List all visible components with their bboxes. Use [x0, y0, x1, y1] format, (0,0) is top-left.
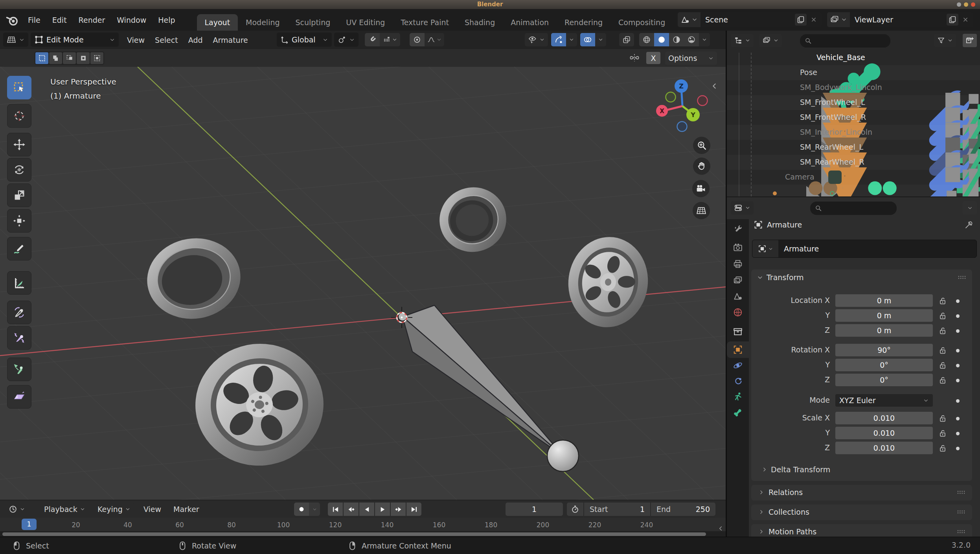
timeline-scrollbar[interactable] — [2, 532, 706, 536]
tab-object[interactable] — [727, 341, 749, 358]
tab-scene[interactable] — [727, 288, 749, 305]
shading-wireframe-button[interactable] — [639, 33, 654, 46]
view-layer-name[interactable]: ViewLayer — [850, 15, 947, 24]
tool-rotate[interactable] — [7, 158, 31, 182]
animate-dot[interactable] — [956, 349, 960, 352]
lock-open-icon[interactable] — [938, 429, 947, 438]
pivot-point-dropdown[interactable] — [334, 33, 359, 47]
menu-render[interactable]: Render — [73, 9, 111, 31]
mode-dropdown[interactable]: Edit Mode — [31, 33, 119, 47]
select-mode-invert[interactable] — [77, 52, 90, 64]
playhead[interactable]: 1 — [22, 519, 37, 530]
timeline-editor-dropdown[interactable] — [6, 503, 28, 516]
jump-to-end-button[interactable] — [406, 503, 421, 516]
tool-cursor[interactable] — [7, 104, 31, 128]
auto-keying-button[interactable] — [294, 503, 309, 516]
active-camera-badge[interactable] — [828, 171, 842, 184]
proportional-falloff-dropdown[interactable] — [425, 33, 444, 46]
unlink-scene-button[interactable] — [808, 14, 819, 25]
scale-z-field[interactable]: 0.010 — [835, 442, 933, 454]
workspace-tab-rendering[interactable]: Rendering — [557, 14, 610, 31]
new-view-layer-button[interactable] — [947, 14, 958, 26]
tool-roll[interactable] — [7, 301, 31, 324]
proportional-editing-button[interactable] — [410, 33, 425, 46]
overlays-dropdown[interactable] — [595, 33, 606, 46]
select-mode-intersect[interactable] — [90, 52, 103, 64]
keying-menu[interactable]: Keying — [94, 503, 134, 516]
gizmo-dropdown[interactable] — [566, 33, 577, 46]
panel-grip-icon[interactable] — [957, 273, 967, 282]
tab-bone[interactable] — [727, 404, 749, 421]
outliner-row-rearwheel-r[interactable]: SM_RearWheel_R — [727, 155, 980, 170]
remove-view-layer-button[interactable] — [960, 14, 971, 25]
toggle-xray-button[interactable] — [619, 33, 634, 46]
editor-type-dropdown[interactable] — [3, 33, 28, 47]
tab-output[interactable] — [727, 256, 749, 272]
eye-open-icon[interactable] — [953, 158, 963, 167]
menu-add[interactable]: Add — [183, 31, 208, 49]
menu-view[interactable]: View — [122, 31, 150, 49]
menu-window[interactable]: Window — [111, 9, 152, 31]
auto-keying-dropdown[interactable] — [309, 503, 320, 516]
object-name-field[interactable]: Armature — [752, 240, 977, 258]
pan-view-button[interactable] — [693, 158, 710, 175]
collapse-chevron-icon[interactable] — [757, 274, 763, 281]
eye-closed-icon[interactable] — [953, 83, 963, 92]
animate-dot[interactable] — [956, 314, 960, 318]
location-z-field[interactable]: 0 m — [835, 324, 933, 337]
location-y-field[interactable]: 0 m — [835, 309, 933, 322]
lock-open-icon[interactable] — [938, 361, 947, 370]
camera-visibility-icon[interactable] — [968, 98, 978, 107]
snap-with-dropdown[interactable] — [380, 33, 400, 46]
tab-tool[interactable] — [727, 220, 749, 237]
animate-dot[interactable] — [956, 329, 960, 333]
current-frame-field[interactable]: 1 — [506, 503, 563, 516]
expand-arrow-icon[interactable] — [772, 129, 779, 136]
tab-render[interactable] — [727, 239, 749, 256]
sidebar-collapse-arrow[interactable] — [710, 82, 719, 90]
lock-open-icon[interactable] — [938, 376, 947, 385]
new-scene-button[interactable] — [795, 14, 807, 26]
chevron-left-icon[interactable] — [717, 525, 724, 532]
rotation-z-field[interactable]: 0° — [835, 374, 933, 386]
collections-panel[interactable]: Collections — [751, 504, 972, 520]
shading-dropdown[interactable] — [699, 33, 710, 46]
expand-arrow-icon[interactable] — [772, 144, 779, 151]
tool-extrude[interactable] — [7, 358, 31, 381]
start-frame-field[interactable]: Start1 — [584, 503, 650, 516]
ortho-perspective-button[interactable] — [693, 202, 710, 219]
outliner-row-frontwheel-l[interactable]: SM_FrontWheel_L — [727, 95, 980, 110]
shading-material-button[interactable] — [669, 33, 684, 46]
end-frame-field[interactable]: End250 — [651, 503, 715, 516]
expand-arrow-icon[interactable] — [772, 159, 779, 166]
close-button[interactable] — [971, 2, 975, 7]
expand-arrow-icon[interactable] — [757, 174, 764, 181]
outliner-row-interior[interactable]: SM_Interior_Lincoln — [727, 125, 980, 140]
expand-arrow-icon[interactable] — [772, 99, 779, 106]
new-collection-button[interactable] — [963, 34, 977, 47]
menu-armature[interactable]: Armature — [208, 31, 253, 49]
relations-panel[interactable]: Relations — [751, 485, 972, 501]
animate-dot[interactable] — [956, 447, 960, 450]
properties-editor-dropdown[interactable] — [731, 201, 754, 215]
tool-select-box[interactable] — [7, 76, 31, 99]
options-dropdown[interactable]: Options — [665, 51, 717, 65]
show-gizmo-button[interactable] — [551, 33, 566, 46]
menu-edit[interactable]: Edit — [46, 9, 73, 31]
properties-options-dropdown[interactable] — [963, 201, 977, 215]
breadcrumb-object[interactable]: Armature — [767, 220, 802, 229]
select-mode-subtract[interactable] — [63, 52, 76, 64]
object-id-dropdown[interactable] — [752, 240, 778, 257]
camera-visibility-icon[interactable] — [968, 128, 978, 137]
camera-visibility-icon[interactable] — [968, 158, 978, 167]
transform-orientation-dropdown[interactable]: Global — [277, 33, 332, 47]
workspace-tab-compositing[interactable]: Compositing — [610, 14, 673, 31]
workspace-tab-animation[interactable]: Animation — [503, 14, 557, 31]
tab-collection[interactable] — [727, 323, 749, 340]
lock-open-icon[interactable] — [938, 444, 947, 453]
menu-file[interactable]: File — [22, 9, 46, 31]
animate-dot[interactable] — [956, 417, 960, 420]
rotation-x-field[interactable]: 90° — [835, 344, 933, 356]
previous-keyframe-button[interactable] — [344, 503, 359, 516]
eye-open-icon[interactable] — [953, 143, 963, 152]
